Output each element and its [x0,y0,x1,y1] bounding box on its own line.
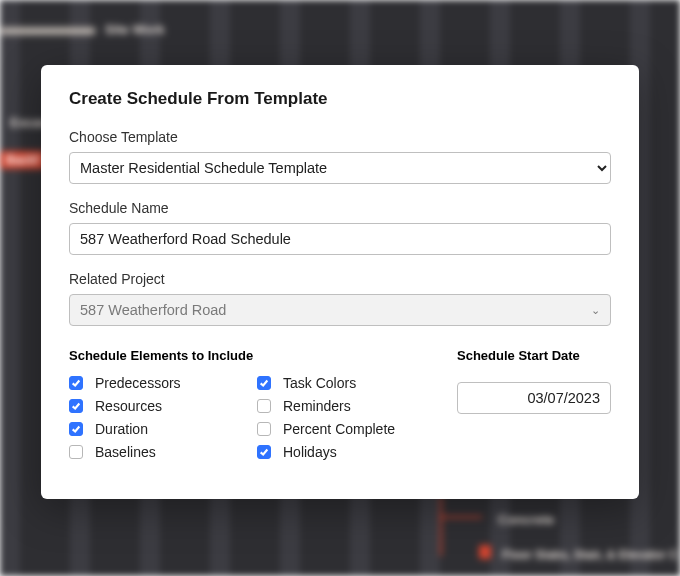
checkbox-row: Resources [69,398,239,414]
gantt-label: Backf [0,150,45,168]
checkbox-row: Predecessors [69,375,239,391]
checkbox[interactable] [69,399,83,413]
related-project-label: Related Project [69,271,611,287]
schedule-name-label: Schedule Name [69,200,611,216]
gantt-node [479,545,491,559]
checkbox-label: Task Colors [283,375,356,391]
checkbox-row: Duration [69,421,239,437]
related-project-value: 587 Weatherford Road [80,302,226,318]
gantt-label: Concrete [498,512,554,527]
checkbox-label: Percent Complete [283,421,395,437]
start-date-label: Schedule Start Date [457,348,611,363]
checkbox[interactable] [69,376,83,390]
checkbox-row: Holidays [257,444,427,460]
checkbox-label: Predecessors [95,375,181,391]
gantt-connector [440,496,442,556]
checkbox-label: Holidays [283,444,337,460]
checkbox-label: Duration [95,421,148,437]
checkbox[interactable] [257,445,271,459]
checkbox-row: Reminders [257,398,427,414]
gantt-chip: Backf [0,151,45,169]
start-date-input[interactable] [457,382,611,414]
checkbox-row: Task Colors [257,375,427,391]
gantt-label: Floor Slabs, Stair, & Elevator C [502,548,678,562]
checkbox-label: Resources [95,398,162,414]
modal-title: Create Schedule From Template [69,89,611,109]
checkbox[interactable] [257,399,271,413]
template-label: Choose Template [69,129,611,145]
checkbox-label: Baselines [95,444,156,460]
checkbox[interactable] [69,422,83,436]
elements-checkbox-group: PredecessorsResourcesDurationBaselines T… [69,375,427,460]
gantt-label: Site Work [105,22,165,37]
gantt-bar [0,28,95,34]
checkbox[interactable] [257,422,271,436]
template-select[interactable]: Master Residential Schedule Template [69,152,611,184]
chevron-down-icon: ⌄ [591,304,600,317]
create-schedule-modal: Create Schedule From Template Choose Tem… [41,65,639,499]
related-project-select[interactable]: 587 Weatherford Road ⌄ [69,294,611,326]
checkbox-row: Baselines [69,444,239,460]
checkbox[interactable] [257,376,271,390]
gantt-connector [440,516,482,518]
checkbox-label: Reminders [283,398,351,414]
checkbox[interactable] [69,445,83,459]
schedule-name-input[interactable] [69,223,611,255]
checkbox-row: Percent Complete [257,421,427,437]
elements-label: Schedule Elements to Include [69,348,427,363]
